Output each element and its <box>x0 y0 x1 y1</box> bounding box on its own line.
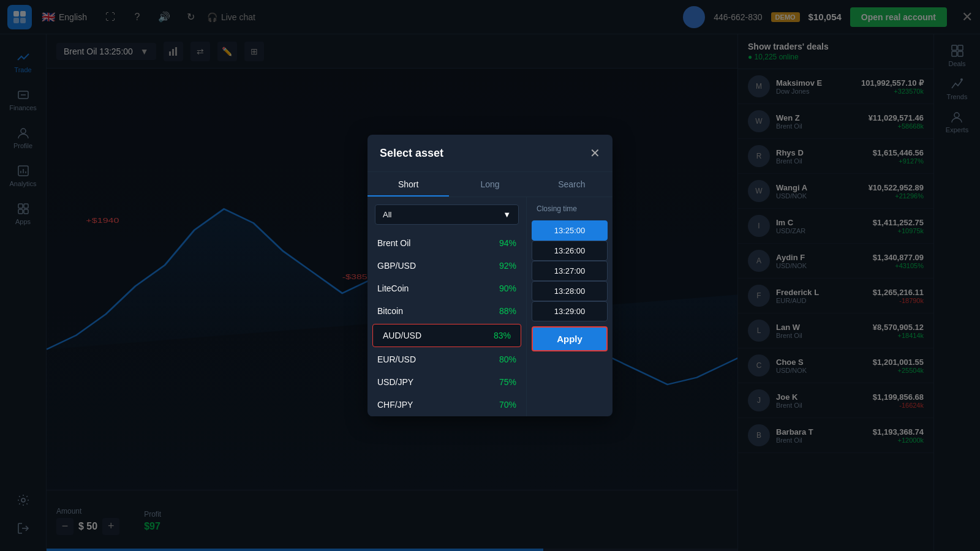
asset-pct: 94% <box>499 238 516 248</box>
filter-dropdown[interactable]: All ▼ <box>375 204 519 225</box>
asset-pct: 70% <box>499 400 516 410</box>
asset-list-item[interactable]: AUD/USD 83% <box>372 324 521 347</box>
asset-list-item[interactable]: LiteCoin 90% <box>368 277 526 300</box>
asset-pct: 88% <box>499 306 516 316</box>
modal-title: Select asset <box>380 147 443 160</box>
asset-pct: 80% <box>499 354 516 364</box>
asset-name: Brent Oil <box>377 238 410 248</box>
asset-pct: 75% <box>499 377 516 387</box>
asset-name: Bitcoin <box>377 306 403 316</box>
asset-list-panel: All ▼ Brent Oil 94% GBP/USD 92% LiteCoin… <box>368 197 527 416</box>
select-asset-modal: Select asset ✕ Short Long Search All ▼ B… <box>368 135 612 416</box>
asset-list: Brent Oil 94% GBP/USD 92% LiteCoin 90% B… <box>368 232 526 416</box>
modal-header: Select asset ✕ <box>368 135 612 172</box>
time-slot[interactable]: 13:28:00 <box>532 281 608 301</box>
time-slot[interactable]: 13:26:00 <box>532 241 608 261</box>
asset-list-item[interactable]: Brent Oil 94% <box>368 232 526 255</box>
time-slot[interactable]: 13:29:00 <box>532 301 608 321</box>
asset-list-item[interactable]: Bitcoin 88% <box>368 300 526 323</box>
tab-search[interactable]: Search <box>531 172 612 197</box>
asset-list-item[interactable]: GBP/USD 92% <box>368 255 526 277</box>
asset-list-item[interactable]: EUR/USD 80% <box>368 348 526 371</box>
asset-name: AUD/USD <box>383 331 421 340</box>
asset-name: CHF/JPY <box>377 400 413 410</box>
asset-pct: 92% <box>499 261 516 271</box>
asset-name: GBP/USD <box>377 261 416 271</box>
time-slot[interactable]: 13:25:00 <box>532 220 608 241</box>
asset-name: LiteCoin <box>377 283 409 293</box>
modal-tabs: Short Long Search <box>368 172 612 197</box>
apply-button[interactable]: Apply <box>532 326 608 351</box>
filter-label: All <box>383 210 391 219</box>
closing-time-panel: Closing time 13:25:0013:26:0013:27:0013:… <box>527 197 612 416</box>
tab-short[interactable]: Short <box>368 172 449 197</box>
asset-pct: 83% <box>494 331 511 340</box>
asset-name: USD/JPY <box>377 377 413 387</box>
asset-list-item[interactable]: USD/JPY 75% <box>368 371 526 394</box>
modal-close-button[interactable]: ✕ <box>590 146 600 160</box>
closing-time-label: Closing time <box>532 202 608 218</box>
asset-pct: 90% <box>499 283 516 293</box>
modal-body: All ▼ Brent Oil 94% GBP/USD 92% LiteCoin… <box>368 197 612 416</box>
asset-name: EUR/USD <box>377 354 416 364</box>
time-slots: 13:25:0013:26:0013:27:0013:28:0013:29:00 <box>532 220 608 321</box>
time-slot[interactable]: 13:27:00 <box>532 261 608 281</box>
filter-chevron-icon: ▼ <box>503 210 511 219</box>
tab-long[interactable]: Long <box>449 172 530 197</box>
modal-overlay: Select asset ✕ Short Long Search All ▼ B… <box>0 0 980 551</box>
asset-list-item[interactable]: CHF/JPY 70% <box>368 394 526 416</box>
